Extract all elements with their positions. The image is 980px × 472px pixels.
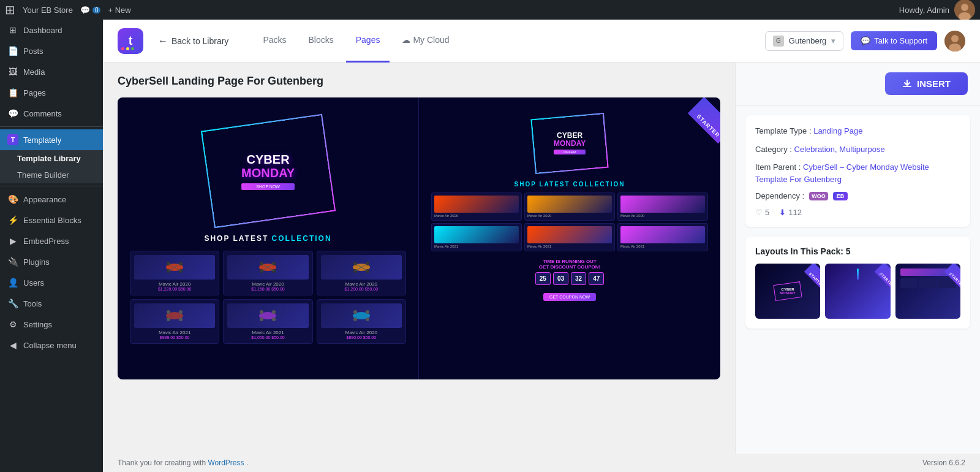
header-tabs: Packs Blocks Pages ☁ My Cloud (253, 20, 750, 63)
cloud-icon: ☁ (402, 35, 410, 45)
settings-icon: ⚙ (7, 319, 18, 330)
drone-img-2 (227, 255, 308, 280)
drone-card-5: Mavic Air 2021 $1,050.00 $50.00 (223, 299, 312, 344)
svg-point-35 (179, 310, 183, 314)
sidebar-label-templately: Templately (23, 135, 61, 145)
shop-now-btn[interactable]: SHOP NOW (241, 183, 295, 190)
sidebar-item-dashboard[interactable]: ⊞ Dashboard (0, 20, 103, 40)
admin-bar: ⊞ Your EB Store 💬 0 + New Howdy, Admin (0, 0, 980, 20)
svg-point-42 (272, 318, 276, 321)
sidebar-label-essential-blocks: Essential Blocks (23, 216, 81, 225)
drone-img-1 (134, 255, 215, 280)
drone-img-5 (227, 303, 308, 328)
sidebar-label-tools: Tools (23, 299, 42, 308)
tab-blocks[interactable]: Blocks (299, 20, 344, 63)
back-arrow-icon: ← (158, 36, 168, 47)
svg-point-41 (260, 318, 263, 321)
layout-thumb-1[interactable]: STARTER CYBER MONDAY (755, 264, 820, 319)
drone-grid-left-2: Mavic Air 2021 $999.00 $50.00 Mavic Air … (130, 299, 406, 344)
drone-sm-6: Mavic Air 2021 (617, 223, 708, 251)
user-avatar[interactable] (954, 0, 975, 20)
sidebar-sub-item-theme-builder[interactable]: Theme Builder (0, 167, 103, 183)
sidebar-divider (0, 126, 103, 127)
collapse-icon: ◀ (7, 340, 18, 351)
tab-packs[interactable]: Packs (253, 20, 296, 63)
woocommerce-badge: WOO (809, 192, 828, 200)
sidebar-item-plugins[interactable]: 🔌 Plugins (0, 251, 103, 272)
layout-thumb-2[interactable]: STARTER (825, 264, 890, 319)
downloads-count: 112 (788, 208, 802, 217)
countdown-hours: 03 (553, 272, 568, 285)
sidebar: ⊞ Dashboard 📄 Posts 🖼 Media 📋 Pages 💬 Co… (0, 20, 103, 472)
back-to-library-button[interactable]: ← Back to Library (158, 36, 228, 47)
tab-pages[interactable]: Pages (346, 20, 390, 63)
wordpress-link[interactable]: WordPress (208, 459, 244, 467)
sidebar-item-pages[interactable]: 📋 Pages (0, 82, 103, 103)
likes-count: 5 (765, 208, 769, 217)
drone-sm-1: Mavic Air 2020 (431, 192, 522, 221)
download-count-icon: ⬇ (779, 208, 786, 217)
drone-img-6 (321, 303, 402, 328)
back-label: Back to Library (172, 36, 228, 46)
right-panel: INSERT Template Type : Landing Page Cate… (735, 63, 980, 454)
insert-section: INSERT (736, 63, 980, 105)
drone-card-1: Mavic Air 2020 $1,220.00 $50.00 (130, 251, 219, 295)
svg-point-47 (366, 318, 369, 321)
sidebar-item-users[interactable]: 👤 Users (0, 272, 103, 293)
sidebar-item-collapse[interactable]: ◀ Collapse menu (0, 335, 103, 356)
site-name[interactable]: Your EB Store (23, 6, 73, 15)
svg-point-4 (951, 35, 959, 42)
sidebar-sub-item-template-library[interactable]: Template Library (0, 150, 103, 167)
sidebar-item-embedpress[interactable]: ▶ EmbedPress (0, 230, 103, 251)
sidebar-label-embedpress: EmbedPress (23, 237, 69, 246)
svg-point-40 (272, 310, 276, 314)
drone-grid-right-2: Mavic Air 2021 Mavic Air 2021 Mavic Air … (431, 223, 708, 251)
svg-point-1 (961, 4, 968, 11)
sidebar-label-dashboard: Dashboard (23, 26, 62, 35)
insert-button[interactable]: INSERT (885, 72, 968, 95)
item-parent-row: Item Parent : CyberSell – Cyber Monday W… (755, 161, 960, 185)
drone-img-4 (134, 303, 215, 328)
gutenberg-label: Gutenberg (789, 36, 826, 45)
download-insert-icon (902, 79, 912, 89)
downloads-stat: ⬇ 112 (779, 208, 802, 217)
wp-logo-icon[interactable]: ⊞ (5, 2, 15, 17)
essential-blocks-icon: ⚡ (7, 215, 18, 226)
drone-card-2: Mavic Air 2020 $1,150.00 $50.00 (223, 251, 312, 295)
user-avatar-header[interactable] (944, 31, 965, 51)
template-title: CyberSell Landing Page For Gutenberg (118, 75, 720, 88)
category-value: Celebration, Multipurpose (794, 145, 885, 154)
sidebar-item-tools[interactable]: 🔧 Tools (0, 293, 103, 314)
header-right: G Gutenberg ▾ 💬 Talk to Support (765, 31, 965, 51)
sidebar-item-settings[interactable]: ⚙ Settings (0, 314, 103, 335)
svg-point-46 (353, 318, 357, 321)
cyber-right-title-box: CYBER MONDAY OFFER (530, 113, 608, 174)
svg-point-44 (353, 310, 357, 314)
sidebar-item-appearance[interactable]: 🎨 Appearance (0, 189, 103, 210)
talk-support-button[interactable]: 💬 Talk to Support (851, 31, 937, 50)
sidebar-item-essential-blocks[interactable]: ⚡ Essential Blocks (0, 210, 103, 230)
shop-collection-right: SHOP LATEST COLLECTION (431, 181, 708, 188)
likes-stat: ♡ 5 (755, 208, 769, 217)
gutenberg-selector[interactable]: G Gutenberg ▾ (765, 31, 843, 51)
comments-count[interactable]: 💬 0 (80, 6, 101, 15)
sidebar-item-media[interactable]: 🖼 Media (0, 61, 103, 82)
pages-icon: 📋 (7, 87, 18, 98)
heart-icon: ♡ (755, 208, 763, 217)
plugins-icon: 🔌 (7, 256, 18, 267)
cyber-title-decoration: CYBER MONDAY SHOP NOW (200, 114, 335, 228)
sidebar-item-posts[interactable]: 📄 Posts (0, 40, 103, 61)
svg-point-37 (179, 318, 183, 321)
sidebar-label-pages: Pages (23, 88, 46, 97)
sidebar-label-users: Users (23, 278, 44, 287)
sidebar-item-templately[interactable]: T Templately (0, 129, 103, 150)
new-button[interactable]: + New (108, 6, 130, 15)
media-icon: 🖼 (7, 66, 18, 77)
layout-thumbnails: STARTER CYBER MONDAY (755, 264, 960, 319)
get-coupon-btn[interactable]: GET COUPON NOW (543, 293, 596, 301)
layout-thumb-3[interactable]: STARTER (895, 264, 960, 319)
templately-logo: t (118, 28, 143, 54)
drone-sm-4: Mavic Air 2021 (431, 223, 522, 251)
tab-my-cloud[interactable]: ☁ My Cloud (392, 20, 459, 63)
sidebar-item-comments[interactable]: 💬 Comments (0, 103, 103, 124)
